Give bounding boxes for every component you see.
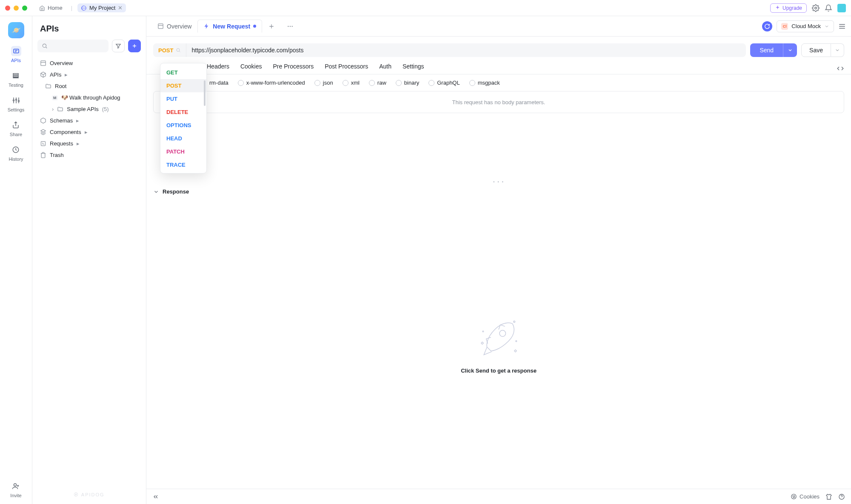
sidebar-item-trash[interactable]: Trash	[37, 149, 141, 161]
body-type-label: x-www-form-urlencoded	[246, 80, 305, 86]
subtab-auth[interactable]: Auth	[379, 63, 391, 74]
sidebar-item-apis[interactable]: APIs ▸	[37, 69, 141, 80]
http-method-dropdown[interactable]: GETPOSTPUTDELETEOPTIONSHEADPATCHTRACE	[160, 63, 207, 174]
sidebar-item-count: (5)	[102, 106, 109, 112]
project-tab[interactable]: My Project ✕	[77, 3, 126, 12]
sparkle-icon	[775, 5, 780, 11]
home-label: Home	[48, 5, 63, 11]
new-tab-button[interactable]	[262, 16, 281, 36]
sidebar-item-label: Components	[50, 129, 81, 135]
panel-toggle-icon[interactable]	[838, 23, 846, 30]
body-type-urlencoded[interactable]: x-www-form-urlencoded	[238, 80, 305, 86]
nav-label: Testing	[9, 83, 23, 88]
body-type-label: msgpack	[478, 80, 500, 86]
nav-item-apis[interactable]: APIs	[11, 46, 21, 63]
body-type-msgpack[interactable]: msgpack	[469, 80, 500, 86]
save-button[interactable]: Save	[801, 43, 831, 57]
body-type-binary[interactable]: binary	[396, 80, 419, 86]
response-toggle[interactable]: Response	[146, 184, 851, 199]
pane-resize-handle[interactable]: • • •	[146, 179, 851, 184]
sliders-icon	[12, 97, 20, 104]
send-more-button[interactable]	[783, 43, 797, 57]
app-logo[interactable]: 🪐	[8, 22, 24, 38]
zoom-window-button[interactable]	[22, 6, 27, 11]
response-title: Response	[163, 188, 189, 195]
nav-item-share[interactable]: Share	[10, 120, 22, 137]
method-option-trace[interactable]: TRACE	[160, 158, 206, 171]
minimize-window-button[interactable]	[14, 6, 19, 11]
svg-point-11	[43, 44, 46, 47]
subtab-pre-processors[interactable]: Pre Processors	[273, 63, 314, 74]
sidebar-footer-brand: ⦿ APIDOG	[37, 489, 141, 501]
sidebar-folder-root[interactable]: Root	[37, 80, 141, 92]
body-type-json[interactable]: json	[314, 80, 333, 86]
subtab-headers[interactable]: Headers	[207, 63, 229, 74]
svg-rect-4	[13, 75, 18, 77]
sidebar-search-input[interactable]	[37, 40, 109, 52]
env-label: Cloud Mock	[791, 23, 821, 29]
tab-new-request[interactable]: New Request	[197, 16, 262, 36]
main-area: Overview New Request Cl Cloud Mock	[146, 16, 851, 504]
project-name-label: My Project	[89, 5, 115, 11]
sidebar-item-requests[interactable]: Requests ▸	[37, 138, 141, 149]
overview-icon	[157, 23, 164, 29]
layers-icon	[40, 129, 46, 135]
method-option-get[interactable]: GET	[160, 66, 206, 79]
notifications-bell-icon[interactable]	[825, 4, 832, 12]
window-controls	[5, 6, 27, 11]
method-option-delete[interactable]: DELETE	[160, 105, 206, 119]
collapse-panel-button[interactable]	[152, 493, 159, 500]
tab-more-button[interactable]	[281, 16, 300, 36]
url-input[interactable]	[186, 43, 746, 57]
body-type-label: rm-data	[209, 80, 228, 86]
method-option-head[interactable]: HEAD	[160, 132, 206, 145]
user-avatar[interactable]	[837, 4, 846, 12]
nav-item-settings[interactable]: Settings	[8, 95, 25, 112]
body-type-graphql[interactable]: GraphQL	[428, 80, 460, 86]
method-option-put[interactable]: PUT	[160, 92, 206, 105]
subtab-cookies[interactable]: Cookies	[240, 63, 262, 74]
send-button[interactable]: Send	[750, 43, 783, 57]
nav-label: Settings	[8, 107, 25, 112]
api-cube-icon	[40, 71, 46, 78]
method-option-patch[interactable]: PATCH	[160, 145, 206, 158]
more-horizontal-icon	[287, 23, 294, 30]
filter-button[interactable]	[112, 40, 125, 52]
sidebar-item-components[interactable]: Components ▸	[37, 126, 141, 138]
subtab-settings[interactable]: Settings	[403, 63, 424, 74]
nav-item-invite[interactable]: Invite	[10, 481, 21, 498]
sidebar-item-overview[interactable]: Overview	[37, 57, 141, 69]
subtab-post-processors[interactable]: Post Processors	[325, 63, 368, 74]
body-type-raw[interactable]: raw	[369, 80, 386, 86]
sidebar-item-walkthrough[interactable]: M 🐶 Walk through Apidog	[37, 92, 141, 103]
trash-icon	[40, 152, 46, 158]
http-method-selector[interactable]: POST	[153, 43, 186, 57]
invite-icon	[12, 482, 20, 490]
settings-gear-icon[interactable]	[812, 4, 820, 12]
nav-item-testing[interactable]: Testing	[9, 71, 23, 88]
save-more-button[interactable]	[831, 43, 844, 57]
nav-item-history[interactable]: History	[9, 145, 23, 162]
add-button[interactable]	[128, 40, 141, 52]
tshirt-icon[interactable]	[825, 493, 832, 500]
home-button[interactable]: Home	[36, 3, 66, 13]
code-view-icon[interactable]	[837, 65, 844, 72]
sidebar: APIs Overview APIs ▸ Root M	[32, 16, 146, 504]
method-option-post[interactable]: POST	[160, 79, 206, 92]
refresh-env-button[interactable]	[762, 21, 772, 31]
sidebar-folder-sample-apis[interactable]: › Sample APIs (5)	[37, 103, 141, 115]
svg-point-23	[791, 494, 796, 499]
upgrade-button[interactable]: Upgrade	[770, 3, 807, 13]
tab-overview[interactable]: Overview	[151, 16, 197, 36]
environment-selector[interactable]: Cl Cloud Mock	[777, 20, 834, 32]
cookies-button[interactable]: Cookies	[791, 493, 820, 500]
help-button[interactable]	[838, 493, 845, 500]
svg-point-10	[14, 484, 17, 486]
close-window-button[interactable]	[5, 6, 10, 11]
close-project-tab[interactable]: ✕	[118, 5, 123, 11]
body-type-xml[interactable]: xml	[343, 80, 360, 86]
sidebar-item-schemas[interactable]: Schemas ▸	[37, 115, 141, 126]
body-type-label: binary	[404, 80, 419, 86]
chevron-right-icon: ›	[52, 106, 54, 112]
method-option-options[interactable]: OPTIONS	[160, 119, 206, 132]
